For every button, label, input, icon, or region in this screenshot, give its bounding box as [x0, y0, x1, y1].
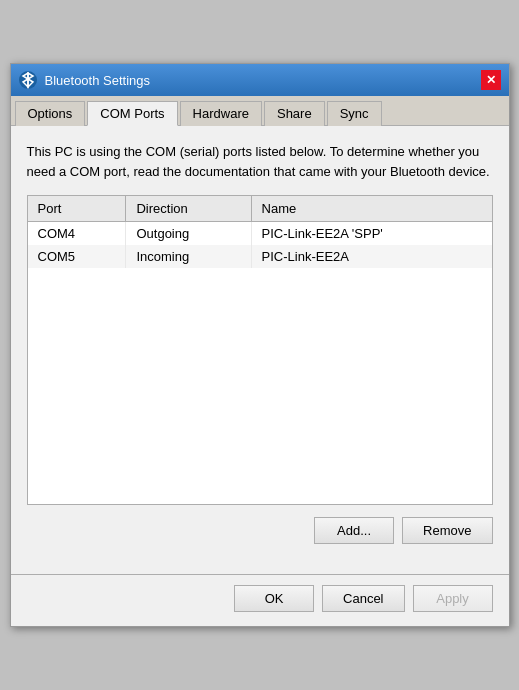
- cell-direction: Incoming: [126, 245, 251, 268]
- table-row[interactable]: COM4 Outgoing PIC-Link-EE2A 'SPP': [28, 222, 492, 246]
- cell-port: COM4: [28, 222, 126, 246]
- dialog-window: Bluetooth Settings ✕ Options COM Ports H…: [10, 63, 510, 627]
- title-bar-left: Bluetooth Settings: [19, 71, 151, 89]
- tab-hardware[interactable]: Hardware: [180, 101, 262, 126]
- tabs-bar: Options COM Ports Hardware Share Sync: [11, 96, 509, 126]
- cell-name: PIC-Link-EE2A: [251, 245, 491, 268]
- svg-marker-1: [23, 73, 28, 87]
- remove-button[interactable]: Remove: [402, 517, 492, 544]
- close-button[interactable]: ✕: [481, 70, 501, 90]
- com-ports-table-container: Port Direction Name COM4 Outgoing PIC-Li…: [27, 195, 493, 505]
- table-row[interactable]: COM5 Incoming PIC-Link-EE2A: [28, 245, 492, 268]
- col-direction: Direction: [126, 196, 251, 222]
- tab-options[interactable]: Options: [15, 101, 86, 126]
- tab-share[interactable]: Share: [264, 101, 325, 126]
- cell-name: PIC-Link-EE2A 'SPP': [251, 222, 491, 246]
- col-port: Port: [28, 196, 126, 222]
- cell-direction: Outgoing: [126, 222, 251, 246]
- apply-button[interactable]: Apply: [413, 585, 493, 612]
- cancel-button[interactable]: Cancel: [322, 585, 404, 612]
- row-action-buttons: Add... Remove: [27, 517, 493, 544]
- col-name: Name: [251, 196, 491, 222]
- add-button[interactable]: Add...: [314, 517, 394, 544]
- ok-button[interactable]: OK: [234, 585, 314, 612]
- tab-com-ports[interactable]: COM Ports: [87, 101, 177, 126]
- table-header-row: Port Direction Name: [28, 196, 492, 222]
- title-text: Bluetooth Settings: [45, 73, 151, 88]
- bluetooth-icon: [19, 71, 37, 89]
- dialog-footer: OK Cancel Apply: [11, 574, 509, 626]
- title-bar: Bluetooth Settings ✕: [11, 64, 509, 96]
- description-text: This PC is using the COM (serial) ports …: [27, 142, 493, 181]
- tab-sync[interactable]: Sync: [327, 101, 382, 126]
- com-ports-table: Port Direction Name COM4 Outgoing PIC-Li…: [28, 196, 492, 268]
- tab-content: This PC is using the COM (serial) ports …: [11, 126, 509, 574]
- cell-port: COM5: [28, 245, 126, 268]
